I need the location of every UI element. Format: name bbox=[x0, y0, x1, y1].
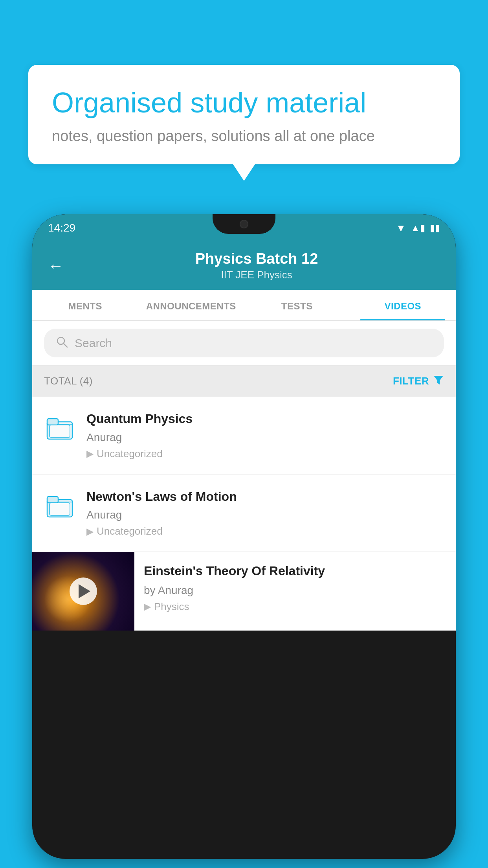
total-label: TOTAL (4) bbox=[44, 375, 93, 387]
status-icons: ▼ ▲▮ ▮▮ bbox=[396, 222, 440, 234]
battery-icon: ▮▮ bbox=[430, 223, 440, 234]
tab-tests[interactable]: TESTS bbox=[244, 290, 350, 320]
svg-rect-4 bbox=[47, 419, 58, 425]
list-item[interactable]: Newton's Laws of Motion Anurag ▶ Uncateg… bbox=[32, 474, 456, 552]
video-tag: ▶ Physics bbox=[144, 601, 446, 613]
status-time: 14:29 bbox=[48, 222, 75, 234]
filter-label: FILTER bbox=[393, 375, 429, 387]
camera bbox=[240, 220, 248, 228]
svg-rect-8 bbox=[50, 503, 70, 515]
video-author: by Anurag bbox=[144, 584, 446, 597]
phone-inner: 14:29 ▼ ▲▮ ▮▮ ← Physics Batch 12 IIT JEE… bbox=[32, 214, 456, 859]
filter-row: TOTAL (4) FILTER bbox=[32, 366, 456, 397]
list-item[interactable]: Einstein's Theory Of Relativity by Anura… bbox=[32, 552, 456, 631]
video-list: Quantum Physics Anurag ▶ Uncategorized bbox=[32, 397, 456, 631]
back-button[interactable]: ← bbox=[48, 258, 64, 274]
wifi-icon: ▼ bbox=[396, 222, 406, 234]
list-item[interactable]: Quantum Physics Anurag ▶ Uncategorized bbox=[32, 397, 456, 474]
svg-line-1 bbox=[64, 344, 67, 347]
tab-videos[interactable]: VIDEOS bbox=[350, 290, 456, 320]
tab-ments[interactable]: MENTS bbox=[32, 290, 138, 320]
video-info: Einstein's Theory Of Relativity by Anura… bbox=[134, 552, 456, 624]
video-tag: ▶ Uncategorized bbox=[86, 525, 444, 537]
play-button[interactable] bbox=[70, 577, 97, 605]
header-title: Physics Batch 12 bbox=[73, 250, 440, 267]
filter-icon bbox=[433, 374, 444, 388]
svg-marker-2 bbox=[434, 376, 443, 384]
tag-icon: ▶ bbox=[86, 448, 94, 459]
phone-screen: Search TOTAL (4) FILTER bbox=[32, 321, 456, 859]
signal-icon: ▲▮ bbox=[411, 223, 425, 234]
tag-icon: ▶ bbox=[144, 601, 151, 612]
folder-icon bbox=[44, 489, 75, 519]
video-info: Newton's Laws of Motion Anurag ▶ Uncateg… bbox=[86, 489, 444, 538]
notch bbox=[213, 214, 275, 234]
video-info: Quantum Physics Anurag ▶ Uncategorized bbox=[86, 411, 444, 460]
video-tag: ▶ Uncategorized bbox=[86, 448, 444, 460]
tabs-bar: MENTS ANNOUNCEMENTS TESTS VIDEOS bbox=[32, 290, 456, 321]
video-title: Quantum Physics bbox=[86, 411, 444, 427]
video-title: Newton's Laws of Motion bbox=[86, 489, 444, 505]
bubble-title: Organised study material bbox=[52, 86, 436, 119]
svg-rect-7 bbox=[47, 497, 58, 503]
app-header: ← Physics Batch 12 IIT JEE Physics bbox=[32, 242, 456, 290]
tag-icon: ▶ bbox=[86, 526, 94, 537]
search-bar[interactable]: Search bbox=[44, 329, 444, 357]
search-icon bbox=[56, 336, 68, 350]
video-thumbnail bbox=[32, 552, 134, 631]
phone-frame: 14:29 ▼ ▲▮ ▮▮ ← Physics Batch 12 IIT JEE… bbox=[32, 214, 456, 859]
search-bar-container: Search bbox=[32, 321, 456, 366]
filter-button[interactable]: FILTER bbox=[393, 374, 444, 388]
bubble-subtitle: notes, question papers, solutions all at… bbox=[52, 128, 436, 145]
video-title: Einstein's Theory Of Relativity bbox=[144, 563, 446, 579]
search-placeholder: Search bbox=[75, 337, 112, 350]
header-subtitle: IIT JEE Physics bbox=[73, 269, 440, 281]
status-bar: 14:29 ▼ ▲▮ ▮▮ bbox=[32, 214, 456, 242]
header-title-block: Physics Batch 12 IIT JEE Physics bbox=[73, 250, 440, 281]
tab-announcements[interactable]: ANNOUNCEMENTS bbox=[138, 290, 244, 320]
video-author: Anurag bbox=[86, 431, 444, 444]
svg-rect-5 bbox=[50, 425, 70, 438]
video-author: Anurag bbox=[86, 509, 444, 521]
folder-icon bbox=[44, 411, 75, 441]
play-triangle-icon bbox=[79, 584, 90, 598]
speech-bubble: Organised study material notes, question… bbox=[28, 65, 460, 164]
